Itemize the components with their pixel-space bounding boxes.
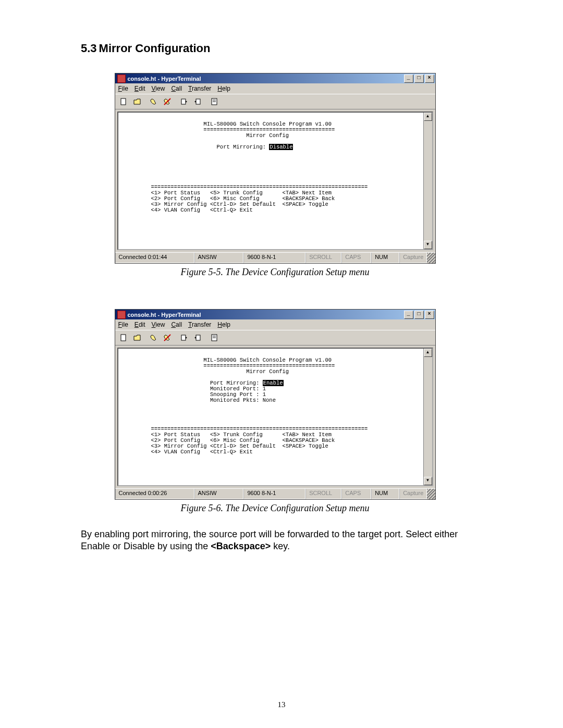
- svg-rect-0: [121, 98, 126, 105]
- menu-transfer[interactable]: Transfer: [188, 85, 211, 92]
- svg-rect-3: [196, 99, 200, 104]
- status-emulation: ANSIW: [194, 489, 244, 499]
- call-icon[interactable]: [148, 95, 160, 108]
- titlebar: console.ht - HyperTerminal _ □ ×: [115, 310, 435, 319]
- figure-caption-2: Figure 5-6. The Device Configuration Set…: [81, 503, 469, 514]
- section-heading: 5.3Mirror Configuration: [81, 42, 469, 55]
- document-page: 5.3Mirror Configuration console.ht - Hyp…: [0, 0, 563, 728]
- vertical-scrollbar[interactable]: ▲ ▼: [423, 349, 432, 485]
- status-emulation: ANSIW: [194, 253, 244, 263]
- menu-edit[interactable]: Edit: [134, 85, 145, 92]
- status-num: NUM: [371, 253, 399, 263]
- window-title: console.ht - HyperTerminal: [128, 312, 201, 318]
- titlebar: console.ht - HyperTerminal _ □ ×: [115, 73, 435, 83]
- terminal-area[interactable]: MIL-S8000G Switch Console Program v1.00 …: [117, 348, 433, 486]
- status-connected: Connected 0:01:44: [115, 253, 194, 263]
- menu-transfer[interactable]: Transfer: [188, 321, 211, 328]
- toolbar: [115, 330, 435, 346]
- menu-file[interactable]: File: [118, 85, 128, 92]
- scroll-up-icon[interactable]: ▲: [424, 113, 432, 121]
- properties-icon[interactable]: [208, 331, 221, 344]
- status-port: 9600 8-N-1: [243, 489, 305, 499]
- status-capture: Capture: [399, 253, 427, 263]
- resize-grip[interactable]: [427, 489, 435, 499]
- disconnect-icon[interactable]: [161, 95, 174, 108]
- console-output: MIL-S8000G Switch Console Program v1.00 …: [118, 354, 423, 480]
- minimize-button[interactable]: _: [404, 311, 413, 319]
- minimize-button[interactable]: _: [404, 75, 413, 83]
- page-number: 13: [0, 700, 563, 709]
- scroll-down-icon[interactable]: ▼: [424, 477, 432, 485]
- section-title: Mirror Configuration: [99, 42, 211, 55]
- mirroring-value[interactable]: Disable: [269, 144, 293, 150]
- body-text-2: key.: [271, 541, 290, 551]
- open-icon[interactable]: [131, 95, 143, 108]
- svg-rect-7: [121, 335, 126, 341]
- close-button[interactable]: ×: [425, 311, 434, 319]
- status-connected: Connected 0:00:26: [115, 489, 194, 499]
- menu-view[interactable]: View: [152, 321, 165, 328]
- scroll-up-icon[interactable]: ▲: [424, 349, 432, 357]
- new-icon[interactable]: [117, 331, 130, 344]
- new-icon[interactable]: [117, 95, 130, 108]
- app-icon: [117, 311, 126, 319]
- menu-call[interactable]: Call: [171, 321, 182, 328]
- hyperterminal-window-2: console.ht - HyperTerminal _ □ × File Ed…: [115, 309, 436, 500]
- window-controls: _ □ ×: [404, 311, 434, 319]
- status-capture: Capture: [399, 489, 427, 499]
- app-icon: [117, 75, 126, 83]
- maximize-button[interactable]: □: [414, 311, 424, 319]
- terminal-wrap: MIL-S8000G Switch Console Program v1.00 …: [115, 346, 435, 488]
- send-icon[interactable]: [178, 331, 190, 344]
- status-scroll: SCROLL: [305, 489, 341, 499]
- receive-icon[interactable]: [191, 331, 204, 344]
- status-caps: CAPS: [341, 489, 371, 499]
- status-scroll: SCROLL: [305, 253, 341, 263]
- statusbar: Connected 0:00:26 ANSIW 9600 8-N-1 SCROL…: [115, 488, 435, 499]
- menubar: File Edit View Call Transfer Help: [115, 319, 435, 330]
- key-label: <Backspace>: [211, 541, 271, 551]
- section-number: 5.3: [81, 42, 97, 55]
- resize-grip[interactable]: [427, 253, 435, 263]
- window-controls: _ □ ×: [404, 75, 434, 83]
- close-button[interactable]: ×: [425, 75, 434, 83]
- status-port: 9600 8-N-1: [243, 253, 305, 263]
- toolbar: [115, 94, 435, 109]
- vertical-scrollbar[interactable]: ▲ ▼: [423, 113, 432, 249]
- window-title: console.ht - HyperTerminal: [128, 76, 201, 82]
- menu-view[interactable]: View: [152, 85, 165, 92]
- terminal-wrap: MIL-S8000G Switch Console Program v1.00 …: [115, 109, 435, 252]
- send-icon[interactable]: [178, 95, 190, 108]
- console-output: MIL-S8000G Switch Console Program v1.00 …: [118, 118, 423, 244]
- body-paragraph: By enabling port mirroring, the source p…: [81, 528, 469, 553]
- svg-rect-2: [181, 99, 186, 104]
- terminal-area[interactable]: MIL-S8000G Switch Console Program v1.00 …: [117, 112, 433, 250]
- menu-edit[interactable]: Edit: [134, 321, 145, 328]
- menubar: File Edit View Call Transfer Help: [115, 83, 435, 94]
- menu-help[interactable]: Help: [217, 321, 230, 328]
- status-num: NUM: [371, 489, 399, 499]
- receive-icon[interactable]: [191, 95, 204, 108]
- menu-file[interactable]: File: [118, 321, 128, 328]
- svg-rect-9: [181, 335, 186, 340]
- figure-caption-1: Figure 5-5. The Device Configuration Set…: [81, 267, 469, 278]
- properties-icon[interactable]: [208, 95, 221, 108]
- svg-rect-10: [196, 335, 200, 340]
- menu-call[interactable]: Call: [171, 85, 182, 92]
- open-icon[interactable]: [131, 331, 143, 344]
- status-caps: CAPS: [341, 253, 371, 263]
- hyperterminal-window-1: console.ht - HyperTerminal _ □ × File Ed…: [115, 73, 436, 264]
- call-icon[interactable]: [148, 331, 160, 344]
- maximize-button[interactable]: □: [414, 75, 424, 83]
- scroll-down-icon[interactable]: ▼: [424, 241, 432, 249]
- disconnect-icon[interactable]: [161, 331, 174, 344]
- menu-help[interactable]: Help: [217, 85, 230, 92]
- statusbar: Connected 0:01:44 ANSIW 9600 8-N-1 SCROL…: [115, 252, 435, 263]
